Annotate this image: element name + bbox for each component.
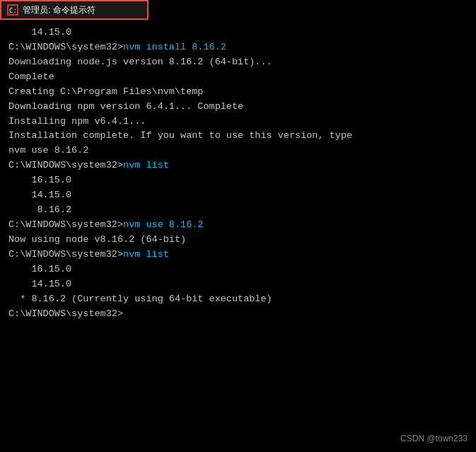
terminal-line: Now using node v8.16.2 (64-bit) bbox=[8, 233, 468, 248]
terminal-line: 14.15.0 bbox=[8, 25, 468, 40]
svg-text:C:\: C:\ bbox=[9, 7, 17, 14]
terminal-line: 8.16.2 bbox=[8, 203, 468, 218]
title-bar-text: 管理员: 命令提示符 bbox=[23, 4, 95, 16]
terminal-line: C:\WINDOWS\system32>nvm list bbox=[8, 248, 468, 262]
terminal-line: Complete bbox=[8, 70, 468, 85]
terminal-line: nvm use 8.16.2 bbox=[8, 144, 468, 158]
terminal-line: Installation complete. If you want to us… bbox=[8, 129, 468, 144]
terminal-body: 14.15.0C:\WINDOWS\system32>nvm install 8… bbox=[0, 20, 476, 452]
watermark: CSDN @town233 bbox=[400, 434, 468, 444]
terminal-line: C:\WINDOWS\system32>nvm list bbox=[8, 158, 468, 173]
terminal-line: Downloading node.js version 8.16.2 (64-b… bbox=[8, 55, 468, 70]
title-bar: C:\ 管理员: 命令提示符 bbox=[0, 0, 149, 20]
terminal-line: Downloading npm version 6.4.1... Complet… bbox=[8, 100, 468, 115]
terminal-line: 16.15.0 bbox=[8, 262, 468, 277]
terminal-line: C:\WINDOWS\system32> bbox=[8, 307, 468, 322]
terminal-line: 14.15.0 bbox=[8, 277, 468, 292]
terminal-line: C:\WINDOWS\system32>nvm install 8.16.2 bbox=[8, 40, 468, 55]
terminal-line: 14.15.0 bbox=[8, 188, 468, 203]
terminal-line: * 8.16.2 (Currently using 64-bit executa… bbox=[8, 292, 468, 307]
cmd-icon: C:\ bbox=[7, 4, 18, 16]
terminal-line: Installing npm v6.4.1... bbox=[8, 115, 468, 129]
terminal-line: 16.15.0 bbox=[8, 173, 468, 188]
terminal-line: Creating C:\Program Files\nvm\temp bbox=[8, 85, 468, 100]
terminal-line: C:\WINDOWS\system32>nvm use 8.16.2 bbox=[8, 218, 468, 233]
